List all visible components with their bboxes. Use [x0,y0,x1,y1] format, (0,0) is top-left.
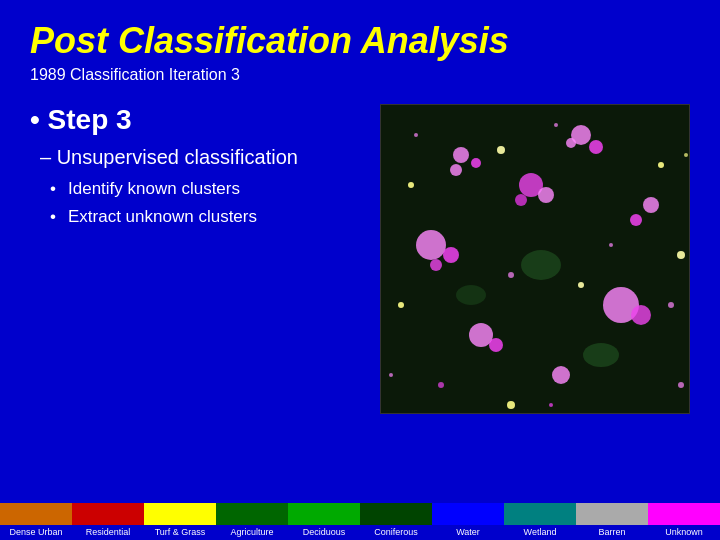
svg-point-21 [408,182,414,188]
legend-label: Agriculture [216,525,288,540]
legend-item: Deciduous [288,490,360,540]
legend: Dense UrbanResidentialTurf & GrassAgricu… [0,490,720,540]
svg-point-22 [497,146,505,154]
legend-label: Water [432,525,504,540]
svg-point-13 [430,259,442,271]
legend-item: Unknown [648,490,720,540]
svg-point-15 [630,214,642,226]
svg-point-9 [538,187,554,203]
legend-item: Barren [576,490,648,540]
sat-img-canvas [381,105,689,413]
legend-label: Wetland [504,525,576,540]
svg-point-26 [578,282,584,288]
svg-point-31 [414,133,418,137]
legend-label: Coniferous [360,525,432,540]
svg-point-29 [456,285,486,305]
legend-label: Unknown [648,525,720,540]
legend-color-swatch [432,503,504,525]
svg-point-4 [450,164,462,176]
satellite-image [380,104,690,414]
bullet-list: Identify known clusters Extract unknown … [50,179,360,227]
svg-point-38 [609,243,613,247]
svg-point-25 [398,302,404,308]
svg-point-20 [552,366,570,384]
legend-label: Dense Urban [0,525,72,540]
svg-point-6 [589,140,603,154]
legend-item: Water [432,490,504,540]
legend-color-swatch [72,503,144,525]
legend-label: Residential [72,525,144,540]
legend-color-swatch [504,503,576,525]
legend-label: Deciduous [288,525,360,540]
svg-point-17 [631,305,651,325]
slide-subtitle: 1989 Classification Iteration 3 [30,66,690,84]
svg-point-37 [438,382,444,388]
bullet-2: Extract unknown clusters [50,207,360,227]
legend-label: Turf & Grass [144,525,216,540]
legend-color-swatch [288,503,360,525]
svg-point-11 [416,230,446,260]
svg-point-2 [453,147,469,163]
svg-point-35 [678,382,684,388]
bullet-1: Identify known clusters [50,179,360,199]
legend-color-swatch [216,503,288,525]
svg-point-19 [489,338,503,352]
step-subheading: – Unsupervised classification [40,146,360,169]
legend-item: Wetland [504,490,576,540]
svg-point-39 [508,272,514,278]
legend-item: Agriculture [216,490,288,540]
content-area: • Step 3 – Unsupervised classification I… [30,104,690,414]
svg-point-24 [677,251,685,259]
svg-point-33 [668,302,674,308]
svg-point-30 [583,343,619,367]
svg-point-7 [566,138,576,148]
legend-color-swatch [0,503,72,525]
legend-item: Residential [72,490,144,540]
legend-color-swatch [648,503,720,525]
legend-item: Turf & Grass [144,490,216,540]
legend-label: Barren [576,525,648,540]
svg-point-14 [643,197,659,213]
slide: Post Classification Analysis 1989 Classi… [0,0,720,540]
legend-color-swatch [360,503,432,525]
svg-point-34 [389,373,393,377]
legend-color-swatch [576,503,648,525]
step-heading: • Step 3 [30,104,360,136]
svg-point-32 [554,123,558,127]
legend-color-swatch [144,503,216,525]
text-column: • Step 3 – Unsupervised classification I… [30,104,360,414]
svg-point-28 [521,250,561,280]
svg-point-40 [684,153,688,157]
svg-point-12 [443,247,459,263]
legend-item: Coniferous [360,490,432,540]
svg-point-23 [658,162,664,168]
svg-point-36 [549,403,553,407]
svg-point-27 [507,401,515,409]
svg-point-3 [471,158,481,168]
slide-title: Post Classification Analysis [30,20,690,62]
legend-item: Dense Urban [0,490,72,540]
svg-point-10 [515,194,527,206]
